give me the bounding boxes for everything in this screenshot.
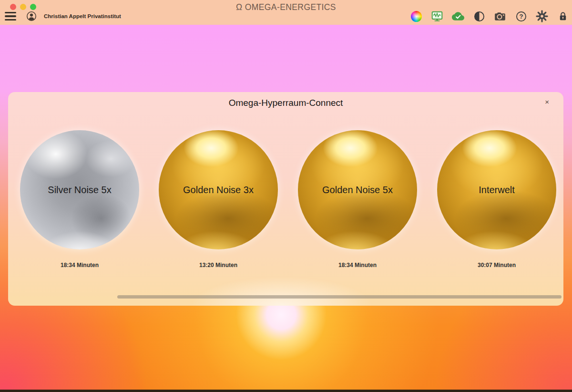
sphere-interwelt[interactable]: Interwelt: [437, 130, 556, 249]
duration-label: 18:34 Minuten: [298, 262, 417, 268]
bottom-edge: [0, 390, 572, 392]
sphere-label: Golden Noise 5x: [322, 185, 393, 196]
duration-label: 18:34 Minuten: [20, 262, 139, 268]
duration-label: 30:07 Minuten: [437, 262, 556, 268]
sphere-label: Silver Noise 5x: [48, 185, 111, 196]
user-name-label: Christian Appelt Privatinstitut: [44, 13, 121, 19]
sphere-golden-noise-3x[interactable]: Golden Noise 3x: [159, 130, 278, 249]
svg-text:?: ?: [519, 13, 523, 20]
lock-icon[interactable]: [557, 10, 569, 22]
program-item: Golden Noise 3x 13:20 Minuten: [159, 130, 278, 268]
duration-label: 13:20 Minuten: [159, 262, 278, 268]
hyperraum-connect-dialog: Omega-Hyperraum-Connect × Silver Noise 5…: [8, 92, 563, 306]
hamburger-menu-icon[interactable]: [5, 12, 16, 21]
close-icon[interactable]: ×: [545, 98, 549, 105]
program-item: Golden Noise 5x 18:34 Minuten: [298, 130, 417, 268]
title-bar: Ω OMEGA-ENERGETICS Christian Appelt Priv…: [0, 0, 572, 25]
toolbar: ?: [410, 10, 569, 22]
sphere-label: Interwelt: [479, 185, 515, 196]
user-avatar-icon[interactable]: [26, 11, 37, 21]
program-item: Silver Noise 5x 18:34 Minuten: [20, 130, 139, 268]
settings-gear-icon[interactable]: [536, 10, 548, 22]
monitor-waveform-icon[interactable]: [431, 10, 443, 22]
help-icon[interactable]: ?: [515, 10, 527, 22]
program-item: Interwelt 30:07 Minuten: [437, 130, 556, 268]
camera-icon[interactable]: [494, 10, 506, 22]
dialog-title: Omega-Hyperraum-Connect: [8, 98, 563, 108]
color-wheel-icon[interactable]: [410, 10, 422, 22]
sphere-label: Golden Noise 3x: [183, 185, 254, 196]
sphere-golden-noise-5x[interactable]: Golden Noise 5x: [298, 130, 417, 249]
contrast-icon[interactable]: [473, 10, 485, 22]
cloud-check-icon[interactable]: [452, 10, 464, 22]
horizontal-scrollbar[interactable]: [117, 295, 562, 299]
sphere-silver-noise-5x[interactable]: Silver Noise 5x: [20, 130, 139, 249]
